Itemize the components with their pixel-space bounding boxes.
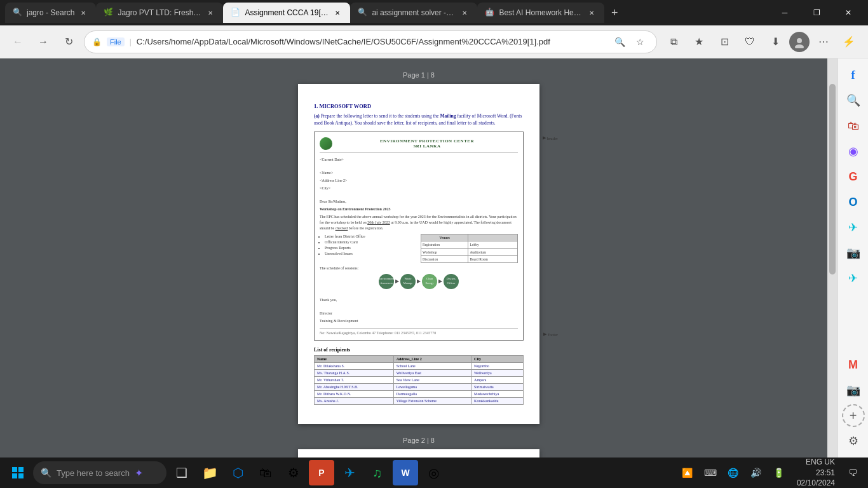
venue-row-3-name: Discussion xyxy=(421,255,468,262)
split-screen-button[interactable]: ⧉ xyxy=(662,30,685,53)
minimize-button[interactable]: ─ xyxy=(770,3,799,23)
task-view-button[interactable]: ❑ xyxy=(169,460,194,485)
tab-close-2[interactable]: ✕ xyxy=(205,8,215,18)
letter-checklist: Letter from District Office Official Ide… xyxy=(320,234,417,263)
svg-rect-4 xyxy=(12,473,17,478)
table-row: Ms. Tharanga H.A.S. Wellweriya East Well… xyxy=(315,370,524,377)
recipient-6-city: Korakkankaddu xyxy=(471,398,524,405)
powerpoint-taskbar-button[interactable]: P xyxy=(309,460,334,485)
edge-sidebar-icon[interactable]: ◉ xyxy=(842,140,865,163)
recipient-1-address: School Lane xyxy=(393,363,471,370)
gmail-sidebar-icon[interactable]: M xyxy=(842,353,865,376)
start-button[interactable] xyxy=(5,460,31,485)
collections-button[interactable]: ⊡ xyxy=(713,30,736,53)
recipient-2-city: Wellweriya xyxy=(471,370,524,377)
file-explorer-button[interactable]: 📁 xyxy=(197,460,222,485)
venue-row-1-name: Registration xyxy=(421,241,468,248)
instagram2-sidebar-icon[interactable]: 📷 xyxy=(842,379,865,402)
recipient-5-address: Darmatagalla xyxy=(393,391,471,398)
refresh-button[interactable]: ↻ xyxy=(58,32,79,52)
table-row: Mr. Abesinghe H.M.T.S.B. Lewellagama Sir… xyxy=(315,384,524,391)
volume-icon[interactable]: 🔊 xyxy=(746,463,766,483)
battery-icon[interactable]: 🔋 xyxy=(769,463,789,483)
instagram-sidebar-icon[interactable]: 📷 xyxy=(842,241,865,264)
close-button[interactable]: ✕ xyxy=(834,3,863,23)
recipient-1-city: Negombo xyxy=(471,363,524,370)
letter-address-field: <Address Line 2> xyxy=(320,178,518,184)
recipients-title: List of recipients xyxy=(314,347,524,353)
restore-button[interactable]: ❐ xyxy=(802,3,831,23)
facebook-sidebar-icon[interactable]: f xyxy=(842,64,865,86)
bing-sidebar-icon[interactable]: 🔍 xyxy=(842,89,865,112)
letter-subject: Workshop on Environment Protection 2023 xyxy=(320,207,518,212)
url-action-buttons: 🔍 ☆ xyxy=(611,33,649,51)
edge-taskbar-button[interactable]: ⬡ xyxy=(225,460,250,485)
profile-button[interactable] xyxy=(789,32,810,52)
recipient-3-address: Sea View Lane xyxy=(393,377,471,384)
forward-button[interactable]: → xyxy=(33,32,53,52)
table-row: Ms. Anusha J. Village Extension Scheme K… xyxy=(315,398,524,405)
tab-pdf[interactable]: 📄 Assignment CCCA 19[1].pdf ✕ xyxy=(223,3,350,23)
tab-favicon-3: 📄 xyxy=(231,8,241,18)
tab-jagro-search[interactable]: 🔍 jagro - Search ✕ xyxy=(5,3,96,23)
tab-close-4[interactable]: ✕ xyxy=(459,8,470,18)
tab-ai-solver[interactable]: 🔍 ai assignment solver - Searc ✕ xyxy=(350,3,477,23)
new-tab-button[interactable]: + xyxy=(604,3,625,23)
network-icon[interactable]: 🌐 xyxy=(723,463,743,483)
system-tray-chevron[interactable]: 🔼 xyxy=(677,463,698,483)
tab-label-4: ai assignment solver - Searc xyxy=(372,8,456,17)
address-bar: ← → ↻ 🔒 File | C:/Users/home/AppData/Loc… xyxy=(0,25,868,58)
pdf-viewer[interactable]: Page 1 | 8 1. MICROSOFT WORD (a) Prepare… xyxy=(0,58,837,458)
downloads-button[interactable]: ⬇ xyxy=(764,30,787,53)
letter-org-name: Environment Protection Center Sri Lanka xyxy=(336,139,518,149)
favorites-button[interactable]: ★ xyxy=(688,30,710,53)
tab-jagro-pvt[interactable]: 🌿 Jagro PVT LTD: Fresh Strawb ✕ xyxy=(96,3,223,23)
letter-footer-text: No: Nawala/Rajagiriya, Colombo 47 Teleph… xyxy=(320,331,436,335)
taskbar: 🔍 Type here to search ✦ ❑ 📁 ⬡ 🛍 ⚙ P ✈ ♫ … xyxy=(0,458,868,488)
word-taskbar-button[interactable]: W xyxy=(393,460,418,485)
search-url-button[interactable]: 🔍 xyxy=(611,33,628,51)
google-sidebar-icon[interactable]: G xyxy=(842,165,865,188)
tab-label-1: jagro - Search xyxy=(27,8,74,17)
flow-step-1: Environment Awareness xyxy=(379,274,394,289)
copilot-button[interactable]: ⚡ xyxy=(837,30,860,53)
recipient-5-name: Mr. Dithara W.K.D.N. xyxy=(315,391,394,398)
scrollbar-thumb[interactable] xyxy=(829,84,836,274)
taskbar-search-box[interactable]: 🔍 Type here to search ✦ xyxy=(33,461,166,484)
url-bar[interactable]: 🔒 File | C:/Users/home/AppData/Local/Mic… xyxy=(84,30,657,53)
taskbar-clock[interactable]: ENG UK 23:51 02/10/2024 xyxy=(792,457,840,488)
letter-box: ▶header ▶footer Environment Protection C… xyxy=(314,132,524,341)
back-button[interactable]: ← xyxy=(8,32,28,52)
letter-name-field: <Name> xyxy=(320,170,518,176)
add-sidebar-button[interactable]: + xyxy=(842,404,865,427)
tab-ai-homework[interactable]: 🤖 Best AI Homework Helper & ✕ xyxy=(477,3,604,23)
tab-close-1[interactable]: ✕ xyxy=(78,8,88,18)
chrome-taskbar-button[interactable]: ◎ xyxy=(421,460,446,485)
scrollbar[interactable] xyxy=(827,58,837,458)
table-row: Mr. Vithurshan T. Sea View Lane Ampara xyxy=(315,377,524,384)
keyboard-icon[interactable]: ⌨ xyxy=(700,463,721,483)
more-button[interactable]: ⋯ xyxy=(812,30,835,53)
browser-essentials-button[interactable]: 🛡 xyxy=(738,30,761,53)
tab-close-5[interactable]: ✕ xyxy=(587,8,597,18)
recipients-col-name: Name xyxy=(315,356,394,363)
recipient-4-address: Lewellagama xyxy=(393,384,471,391)
spotify-taskbar-button[interactable]: ♫ xyxy=(365,460,390,485)
telegram2-sidebar-icon[interactable]: ✈ xyxy=(842,267,865,290)
recipient-4-city: Sirimaiwatta xyxy=(471,384,524,391)
taskbar-search-text: Type here to search xyxy=(57,468,130,478)
store-taskbar-button[interactable]: 🛍 xyxy=(253,460,278,485)
settings-sidebar-icon[interactable]: ⚙ xyxy=(842,430,865,452)
settings-taskbar-button[interactable]: ⚙ xyxy=(281,460,306,485)
notification-icon[interactable]: 🗨 xyxy=(843,463,863,483)
telegram-taskbar-button[interactable]: ✈ xyxy=(337,460,362,485)
tab-label-5: Best AI Homework Helper & xyxy=(499,8,583,17)
outlook-sidebar-icon[interactable]: O xyxy=(842,191,865,214)
recipient-6-address: Village Extension Scheme xyxy=(393,398,471,405)
tab-close-3[interactable]: ✕ xyxy=(332,8,342,18)
telegram-sidebar-icon[interactable]: ✈ xyxy=(842,216,865,239)
letter-closing: Thank you, xyxy=(320,297,518,303)
bookmark-button[interactable]: ☆ xyxy=(631,33,649,51)
svg-point-1 xyxy=(795,44,804,48)
shopping-sidebar-icon[interactable]: 🛍 xyxy=(842,114,865,137)
